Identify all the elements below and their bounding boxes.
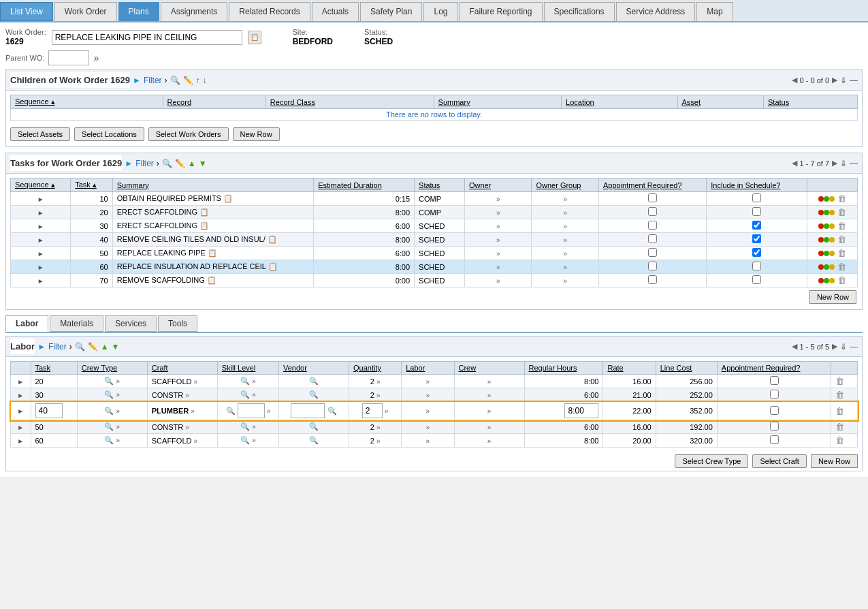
labor-col-labor[interactable]: Labor xyxy=(402,362,454,375)
skill-search[interactable]: 🔍 xyxy=(240,377,250,385)
task-summary-icon[interactable]: 📋 xyxy=(268,235,277,243)
labor-col-line-cost[interactable]: Line Cost xyxy=(656,362,717,375)
labor-nav[interactable]: » xyxy=(426,392,430,399)
include-checkbox[interactable] xyxy=(752,234,761,243)
labor-col-craft[interactable]: Craft xyxy=(147,362,217,375)
task-dots-icon[interactable] xyxy=(818,277,837,285)
labor-expand[interactable]: ► xyxy=(11,434,31,448)
tasks-search-icon[interactable]: 🔍 xyxy=(162,159,172,168)
labor-delete[interactable]: 🗑 xyxy=(831,402,858,420)
labor-filter-link[interactable]: Filter xyxy=(48,342,67,352)
sub-tab-materials[interactable]: Materials xyxy=(50,315,103,332)
task-include-schedule[interactable] xyxy=(707,206,807,219)
children-filter-link[interactable]: Filter xyxy=(144,76,162,85)
task-dots-icon[interactable] xyxy=(818,195,837,203)
task-appt-required[interactable] xyxy=(598,260,706,274)
labor-appt[interactable] xyxy=(717,420,831,434)
work-order-icon-btn[interactable]: 📋 xyxy=(248,31,261,44)
labor-delete[interactable]: 🗑 xyxy=(831,434,858,448)
labor-next-icon[interactable]: ▶ xyxy=(832,342,837,351)
task-dots-icon[interactable] xyxy=(818,236,837,244)
include-checkbox[interactable] xyxy=(752,275,761,284)
task-appt-required[interactable] xyxy=(598,247,706,260)
task-expand[interactable]: ► xyxy=(11,219,71,233)
task-expand[interactable]: ► xyxy=(11,260,71,274)
skill-nav[interactable]: » xyxy=(252,391,256,399)
col-asset[interactable]: Asset xyxy=(677,95,763,109)
craft-nav[interactable]: » xyxy=(185,392,189,399)
task-col-owner-group[interactable]: Owner Group xyxy=(532,178,599,192)
sub-tab-labor[interactable]: Labor xyxy=(5,315,48,332)
labor-col-rate[interactable]: Rate xyxy=(603,362,656,375)
task-col-duration[interactable]: Estimated Duration xyxy=(314,178,415,192)
skill-search[interactable]: 🔍 xyxy=(240,422,250,431)
labor-delete-icon[interactable]: 🗑 xyxy=(835,422,844,432)
task-include-schedule[interactable] xyxy=(707,233,807,247)
appt-checkbox[interactable] xyxy=(648,248,657,257)
task-dots-icon[interactable] xyxy=(818,263,837,271)
tasks-next-icon[interactable]: ▶ xyxy=(832,159,837,168)
labor-col-task[interactable]: Task xyxy=(31,362,77,375)
task-delete-icon[interactable]: 🗑 xyxy=(837,207,846,217)
crew-type-search[interactable]: 🔍 xyxy=(104,436,114,444)
crew-type-nav[interactable]: » xyxy=(116,437,120,444)
appt-checkbox[interactable] xyxy=(648,193,657,202)
children-down-icon[interactable]: ↓ xyxy=(203,76,207,85)
task-delete-icon[interactable]: 🗑 xyxy=(837,275,846,285)
col-record-class[interactable]: Record Class xyxy=(266,95,434,109)
select-crew-type-btn[interactable]: Select Crew Type xyxy=(675,454,748,468)
labor-delete-icon[interactable]: 🗑 xyxy=(835,376,844,386)
labor-col-appt[interactable]: Appointment Required? xyxy=(717,362,831,375)
labor-task[interactable] xyxy=(31,402,77,420)
labor-prev-icon[interactable]: ◀ xyxy=(792,342,797,351)
labor-appt-checkbox[interactable] xyxy=(770,390,779,399)
task-delete-icon[interactable]: 🗑 xyxy=(837,248,846,258)
task-col-include[interactable]: Include in Schedule? xyxy=(707,178,807,192)
labor-expand[interactable]: ► xyxy=(11,402,31,420)
labor-expand[interactable]: ► xyxy=(11,420,31,434)
children-next-icon[interactable]: ▶ xyxy=(832,76,837,84)
select-work-orders-btn[interactable]: Select Work Orders xyxy=(148,127,229,141)
col-status[interactable]: Status xyxy=(764,95,858,109)
task-include-schedule[interactable] xyxy=(707,192,807,206)
labor-edit-icon[interactable]: ✏️ xyxy=(88,342,98,352)
tasks-up-icon[interactable]: ▲ xyxy=(188,159,196,168)
vendor-search[interactable]: 🔍 xyxy=(309,422,319,431)
task-col-appt[interactable]: Appointment Required? xyxy=(598,178,706,192)
vendor-search[interactable]: 🔍 xyxy=(309,390,319,399)
skill-nav[interactable]: » xyxy=(252,377,256,385)
labor-nav[interactable]: » xyxy=(426,378,430,386)
crew-type-nav[interactable]: » xyxy=(116,377,120,385)
appt-checkbox[interactable] xyxy=(648,221,657,230)
craft-nav[interactable]: » xyxy=(185,424,189,431)
labor-col-crew-type[interactable]: Crew Type xyxy=(77,362,147,375)
skill-nav[interactable]: » xyxy=(252,437,256,444)
task-summary-icon[interactable]: 📋 xyxy=(223,194,233,202)
labor-col-vendor[interactable]: Vendor xyxy=(278,362,349,375)
appt-checkbox[interactable] xyxy=(648,234,657,243)
task-delete-icon[interactable]: 🗑 xyxy=(837,234,846,245)
labor-nav[interactable]: » xyxy=(426,407,430,415)
task-summary-icon[interactable]: 📋 xyxy=(268,262,278,270)
crew-type-nav[interactable]: » xyxy=(116,407,120,415)
quantity-input[interactable] xyxy=(362,403,383,418)
qty-nav[interactable]: » xyxy=(376,424,381,431)
parent-wo-input[interactable] xyxy=(48,50,89,65)
labor-col-crew[interactable]: Crew xyxy=(454,362,524,375)
task-include-schedule[interactable] xyxy=(707,219,807,233)
task-appt-required[interactable] xyxy=(598,274,706,287)
task-col-owner[interactable]: Owner xyxy=(464,178,532,192)
skill-input[interactable] xyxy=(238,403,265,418)
task-col-seq[interactable]: Sequence ▴ xyxy=(11,178,71,192)
tasks-filter-link[interactable]: Filter xyxy=(135,159,154,168)
labor-collapse-icon[interactable]: — xyxy=(850,342,858,352)
qty-nav[interactable]: » xyxy=(376,378,381,386)
appt-checkbox[interactable] xyxy=(648,207,657,216)
labor-delete[interactable]: 🗑 xyxy=(831,388,858,402)
task-delete-icon[interactable]: 🗑 xyxy=(837,221,846,231)
vendor-search[interactable]: 🔍 xyxy=(309,436,319,444)
crew-type-search[interactable]: 🔍 xyxy=(104,390,114,399)
task-summary-icon[interactable]: 📋 xyxy=(207,276,216,284)
labor-appt[interactable] xyxy=(717,434,831,448)
tasks-prev-icon[interactable]: ◀ xyxy=(792,159,797,168)
